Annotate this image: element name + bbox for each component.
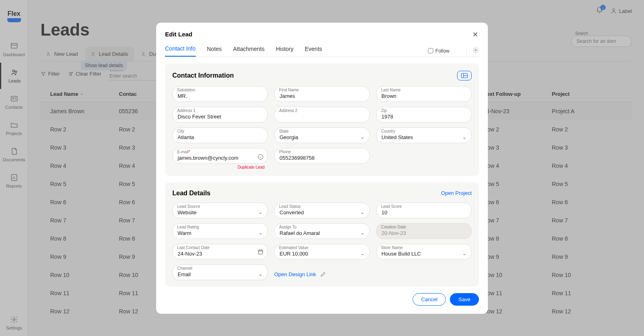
chevron-down-icon: ⌄: [360, 134, 364, 140]
chevron-down-icon: ⌄: [462, 251, 466, 256]
save-button[interactable]: Save: [450, 293, 479, 306]
section-title: Contact Information: [172, 72, 234, 79]
modal-settings-button[interactable]: [466, 47, 479, 55]
field-label: Lead Score: [381, 204, 402, 209]
modal-tab-history[interactable]: History: [276, 46, 294, 56]
modal-tabs: Contact Info Notes Attachments History E…: [165, 45, 479, 57]
chevron-down-icon: ⌄: [360, 209, 364, 215]
address1-field: Address 1: [172, 107, 268, 123]
channel-field: Channel Email⌄: [172, 264, 268, 280]
follow-label: Follow: [435, 48, 449, 54]
lead-source-field: Lead Source Website⌄: [172, 203, 268, 218]
calendar-icon[interactable]: [257, 249, 264, 255]
designs-button[interactable]: [457, 71, 472, 80]
chevron-down-icon: ⌄: [462, 134, 466, 140]
gear-icon: [472, 47, 479, 53]
modal-footer: Cancel Save: [165, 293, 479, 306]
open-design-link[interactable]: Open Design Link: [274, 271, 316, 277]
last-name-field: Last Name: [376, 86, 472, 102]
country-field: Country United States⌄: [376, 127, 472, 143]
follow-check[interactable]: [428, 48, 433, 53]
zip-input[interactable]: [376, 107, 472, 123]
state-select[interactable]: Georgia⌄: [274, 127, 370, 143]
edit-lead-modal: Edit Lead Contact Info Notes Attachments…: [156, 23, 488, 314]
creation-date-field: Creation Date: [376, 223, 472, 239]
last-contact-field: Last Contact Date: [172, 244, 268, 260]
chevron-down-icon: ⌄: [360, 251, 364, 256]
field-label: Lead Rating: [177, 225, 199, 229]
modal-overlay: Edit Lead Contact Info Notes Attachments…: [0, 0, 644, 336]
chevron-down-icon: ⌄: [360, 230, 364, 236]
contact-info-section: Contact Information Salutation First Nam…: [165, 63, 479, 176]
lead-details-section: Lead Details Open Project Lead Source We…: [165, 182, 479, 287]
chevron-down-icon: ⌄: [258, 230, 263, 236]
field-label: State: [279, 129, 288, 133]
city-input[interactable]: [172, 127, 268, 143]
field-label: Store Name: [381, 245, 402, 250]
pencil-icon[interactable]: [320, 271, 326, 277]
field-label: Estimated Value: [279, 245, 308, 250]
lead-score-field: Lead Score: [376, 203, 472, 218]
field-label: Lead Status: [279, 204, 301, 209]
field-label: Phone: [279, 150, 291, 154]
modal-title: Edit Lead: [165, 31, 193, 38]
follow-checkbox[interactable]: Follow: [428, 48, 449, 54]
store-name-field: Store Name House Build LLC⌄: [376, 244, 472, 260]
first-name-field: First Name: [274, 86, 370, 102]
email-error: Duplicate Lead: [172, 165, 268, 169]
info-icon[interactable]: [257, 154, 264, 160]
city-field: City: [172, 127, 268, 143]
field-label: Address 1: [177, 108, 195, 113]
email-field: E-mail* Duplicate Lead: [172, 148, 268, 169]
field-label: Last Name: [381, 88, 400, 92]
svg-rect-27: [258, 250, 263, 254]
close-icon[interactable]: [472, 31, 479, 38]
phone-field: Phone: [274, 148, 370, 169]
field-label: Last Contact Date: [177, 245, 210, 250]
field-label: E-mail*: [177, 150, 190, 154]
field-label: Channel: [177, 266, 192, 270]
lead-status-field: Lead Status Converted⌄: [274, 203, 370, 218]
chevron-down-icon: ⌄: [258, 209, 263, 215]
estimated-value-field: Estimated Value EUR 10,000⌄: [274, 244, 370, 260]
modal-tab-attachments[interactable]: Attachments: [233, 46, 265, 56]
field-label: Salutation: [177, 88, 195, 92]
assign-to-field: Assign To Rafael do Amaral⌄: [274, 223, 370, 239]
field-label: Country: [381, 129, 395, 133]
field-label: Assign To: [279, 225, 297, 229]
salutation-field: Salutation: [172, 86, 268, 102]
svg-point-20: [475, 49, 477, 51]
state-field: State Georgia⌄: [274, 127, 370, 143]
open-project-link[interactable]: Open Project: [441, 190, 472, 196]
section-title: Lead Details: [172, 190, 210, 197]
modal-tab-notes[interactable]: Notes: [207, 46, 222, 56]
field-label: Zip: [381, 108, 387, 113]
address2-field: Address 2: [274, 107, 370, 123]
design-link-row: Open Design Link: [274, 264, 472, 280]
zip-field: Zip: [376, 107, 472, 123]
field-label: Lead Source: [177, 204, 200, 209]
layout-icon: [461, 73, 468, 78]
chevron-down-icon: ⌄: [258, 271, 263, 277]
modal-tab-events[interactable]: Events: [305, 46, 322, 56]
cancel-button[interactable]: Cancel: [413, 293, 446, 306]
field-label: City: [177, 129, 184, 133]
field-label: Address 2: [279, 108, 297, 113]
field-label: Creation Date: [381, 225, 406, 229]
field-label: First Name: [279, 88, 299, 92]
modal-tab-contact-info[interactable]: Contact Info: [165, 45, 196, 57]
lead-rating-field: Lead Rating Warm⌄: [172, 223, 268, 239]
